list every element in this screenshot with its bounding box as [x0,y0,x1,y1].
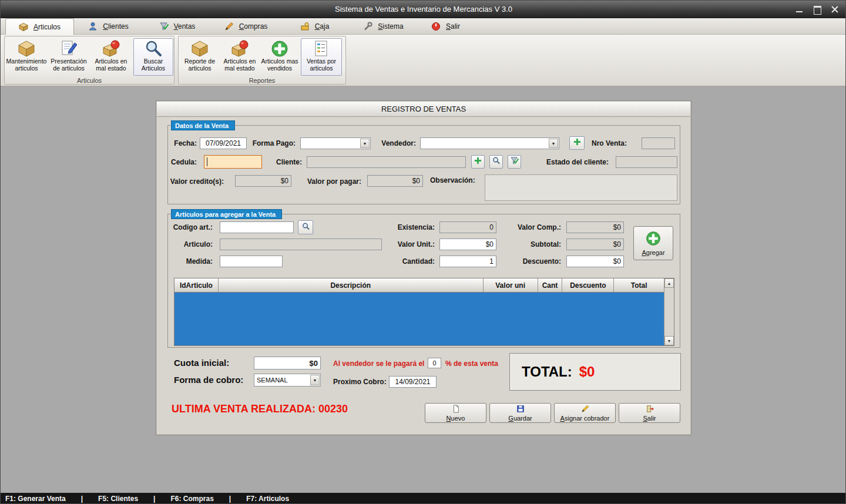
scroll-down-icon[interactable]: ▼ [664,336,674,345]
existencia-input[interactable] [439,221,496,233]
grid-column-header[interactable]: Total [614,278,664,293]
reporte-articulos-button[interactable]: Reporte de articulos [180,38,220,76]
ribbon-button-label: Ventas por articulos [301,58,341,72]
valor-unit-input[interactable] [439,238,496,250]
forma-pago-select[interactable]: ▼ [300,137,371,149]
vendedor-label: Vendedor: [375,139,416,147]
fecha-input[interactable] [200,137,247,149]
chevron-down-icon[interactable]: ▼ [360,139,370,148]
cantidad-input[interactable] [439,256,496,267]
mantenimiento-articulos-button[interactable]: Mantenimiento articulos [6,38,46,76]
grid-column-header[interactable]: Valor uni [484,278,538,293]
forma-cobro-label: Forma de cobro: [174,375,243,385]
tab-compras[interactable]: Compras [212,18,280,35]
search-icon [492,156,501,167]
buscar-articulo-button[interactable] [298,220,313,234]
articulos-mal-estado-button[interactable]: Articulos en mal estado [91,38,131,76]
minimize-icon[interactable] [795,5,804,14]
reporte-mal-estado-button[interactable]: Articulos en mal estado [220,38,260,76]
ribbon-button-label: Articulos mas vendidos [260,58,299,72]
tab-ventas[interactable]: Ventas [143,18,212,35]
statusbar-separator: | [229,495,231,503]
grid-column-header[interactable]: Descuento [562,278,614,293]
presentacion-articulos-button[interactable]: Presentación de articulos [49,38,89,76]
tab-clientes[interactable]: Clientes [74,18,143,35]
search-icon [144,39,163,58]
descuento-input[interactable] [566,256,624,267]
exit-power-icon [431,22,441,31]
tab-label: Clientes [103,22,128,31]
chevron-down-icon[interactable]: ▼ [549,139,558,148]
new-document-icon [452,405,460,414]
chevron-down-icon[interactable]: ▼ [310,375,320,385]
grid-column-header[interactable]: Descripción [219,278,484,293]
ribbon-button-label: Mantenimiento articulos [6,58,47,72]
medida-label: Medida: [168,257,213,266]
grid-column-header[interactable]: Cant [538,278,563,293]
codigo-articulo-input[interactable] [220,221,294,233]
forma-pago-label: Forma Pago: [250,139,296,147]
grid-header-row: IdArticulo Descripción Valor uni Cant De… [174,278,664,293]
codigo-articulo-label: Codigo art.: [168,223,213,231]
medida-input[interactable] [220,256,283,267]
tab-label: Compras [239,22,268,31]
menu-tabstrip: Articulos Clientes Ventas Compras Caja S… [1,18,846,35]
tab-label: Ventas [174,22,196,31]
cuota-inicial-label: Cuota inicial: [174,358,229,368]
tab-salir[interactable]: Salir [418,18,474,35]
ventas-por-articulos-button[interactable]: Ventas por articulos [301,38,342,76]
add-vendedor-button[interactable] [569,136,585,150]
nuevo-button[interactable]: Nuevo [425,403,486,423]
package-icon [190,39,209,58]
valor-credito-input[interactable] [235,175,291,187]
ribbon-group-label: Reportes [179,77,345,84]
articulo-input[interactable] [220,238,382,250]
grid-body[interactable] [174,293,664,345]
guardar-button[interactable]: Guardar [489,403,551,423]
agregar-articulo-button[interactable]: Agregar [633,226,673,260]
forma-cobro-select[interactable]: SEMANAL ▼ [254,374,321,387]
vendedor-select[interactable]: ▼ [420,137,559,149]
statusbar-item-compras: F6: Compras [170,495,213,503]
subtotal-input[interactable] [566,238,624,250]
verificar-cliente-button[interactable] [508,155,521,169]
valor-unit-label: Valor Unit.: [388,240,435,248]
ribbon-button-label: Presentación de articulos [49,58,88,72]
grid-vertical-scrollbar[interactable]: ▲ ▼ [664,278,674,345]
proximo-cobro-label: Proximo Cobro: [333,378,387,386]
articulos-mas-vendidos-button[interactable]: Articulos mas vendidos [260,38,300,76]
purchases-pencil-icon [224,22,234,31]
ribbon-group-label: Articulos [5,77,174,84]
buscar-cliente-button[interactable] [489,155,503,169]
tab-articulos[interactable]: Articulos [5,18,74,35]
ribbon-group-articulos: Mantenimiento articulos Presentación de … [4,36,174,85]
statusbar-item-articulos: F7: Articulos [246,495,289,503]
forma-cobro-value: SEMANAL [257,374,310,386]
valor-comp-input[interactable] [566,221,624,233]
cuota-inicial-input[interactable] [254,357,321,369]
tab-caja[interactable]: Caja [280,18,349,35]
cedula-input[interactable] [204,155,262,169]
ultima-venta-text: ULTIMA VENTA REALIZADA: 00230 [172,403,348,415]
grid-column-header[interactable]: IdArticulo [174,278,219,293]
salir-button[interactable]: Salir [619,403,680,423]
close-icon[interactable] [830,5,840,14]
registro-ventas-panel: REGISTRO DE VENTAS Datos de la Venta Fec… [156,100,691,435]
nro-venta-input[interactable] [642,137,675,149]
tab-sistema[interactable]: Sistema [349,18,418,35]
proximo-cobro-input[interactable] [389,376,437,388]
valor-por-pagar-input[interactable] [367,175,423,187]
comision-input[interactable] [428,358,441,368]
add-cliente-button[interactable] [471,155,485,169]
cliente-input[interactable] [307,156,466,168]
report-list-icon [312,39,331,58]
estado-cliente-input[interactable] [616,156,677,168]
buscar-articulos-button[interactable]: Buscar Articulos [133,38,173,76]
asignar-cobrador-button[interactable]: Asignar cobrador [554,403,616,423]
observacion-textarea[interactable] [485,174,677,201]
ribbon-button-label: Buscar Articulos [134,58,173,72]
scroll-up-icon[interactable]: ▲ [664,278,674,288]
maximize-icon[interactable] [813,5,822,14]
estado-cliente-label: Estado del cliente: [538,158,609,166]
total-value: $0 [579,364,595,380]
